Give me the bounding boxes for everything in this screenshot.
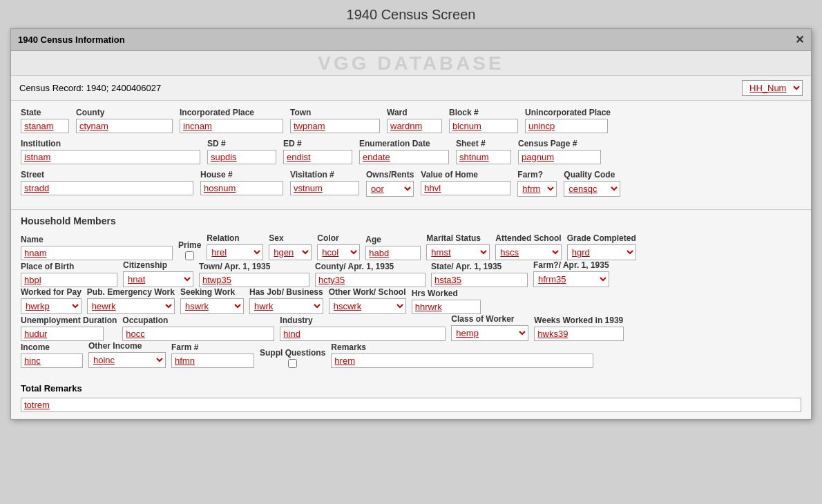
seeking-work-select[interactable]: hswrk	[181, 299, 243, 313]
age-field: Age	[365, 235, 421, 260]
attended-school-select[interactable]: hscs	[496, 245, 560, 260]
sd-input[interactable]	[207, 150, 276, 164]
farm-apr35-select-wrapper[interactable]: hfrm35	[533, 271, 609, 287]
farm-num-input[interactable]	[171, 353, 254, 368]
farm-apr35-select[interactable]: hfrm35	[534, 272, 609, 287]
census-page-field-group: Census Page #	[518, 139, 601, 164]
hh-row-5: Income Other Income hoinc Farm # Suppl Q…	[21, 341, 801, 368]
hh-name-input[interactable]	[21, 246, 173, 260]
county-apr35-input[interactable]	[315, 273, 426, 287]
state-field-group: State	[21, 108, 69, 133]
other-income-field: Other Income hoinc	[88, 341, 166, 368]
unincorporated-input[interactable]	[525, 119, 608, 133]
county-apr35-field: County/ Apr. 1, 1935	[315, 262, 426, 287]
relation-select-wrapper[interactable]: hrel	[207, 244, 263, 260]
grade-select-wrapper[interactable]: hgrd	[567, 244, 636, 260]
ed-input[interactable]	[283, 150, 352, 164]
state-apr35-field: State/ Apr. 1, 1935	[431, 262, 528, 287]
color-select-wrapper[interactable]: hcol	[317, 244, 360, 260]
seeking-work-select-wrapper[interactable]: hswrk	[180, 298, 244, 314]
class-worker-select[interactable]: hemp	[452, 326, 528, 340]
farm-select[interactable]: hfrm	[518, 182, 556, 196]
state-input[interactable]	[21, 119, 69, 133]
block-input[interactable]	[449, 119, 518, 133]
other-work-select-wrapper[interactable]: hscwrk	[329, 298, 406, 314]
town-apr35-input[interactable]	[199, 273, 309, 287]
town-input[interactable]	[290, 119, 380, 133]
enum-date-input[interactable]	[359, 150, 449, 164]
ward-label: Ward	[387, 108, 442, 117]
suppl-questions-checkbox[interactable]	[288, 359, 297, 368]
industry-field: Industry	[280, 316, 446, 341]
color-select[interactable]: hcol	[318, 245, 359, 260]
other-income-select-wrapper[interactable]: hoinc	[88, 352, 166, 368]
citizenship-select-wrapper[interactable]: hnat	[123, 271, 193, 287]
sheet-input[interactable]	[456, 150, 511, 164]
other-work-select[interactable]: hscwrk	[329, 299, 405, 313]
institution-input[interactable]	[21, 150, 200, 164]
class-worker-select-wrapper[interactable]: hemp	[451, 325, 528, 341]
birth-place-input[interactable]	[21, 273, 117, 287]
farm-field-group: Farm? hfrm	[517, 170, 557, 197]
house-input[interactable]	[200, 181, 283, 195]
farm-apr35-label: Farm?/ Apr. 1, 1935	[533, 260, 609, 270]
close-button[interactable]: ✕	[795, 33, 804, 46]
pub-emergency-select[interactable]: hewrk	[88, 299, 174, 313]
census-page-input[interactable]	[518, 150, 601, 164]
total-remarks-section: Total Remarks	[11, 376, 811, 419]
sex-select[interactable]: hgen	[269, 245, 311, 260]
has-job-select[interactable]: hwrk	[250, 299, 323, 313]
income-input[interactable]	[21, 353, 83, 368]
remarks-input[interactable]	[331, 353, 593, 368]
incorporated-place-input[interactable]	[180, 119, 283, 133]
value-home-input[interactable]	[421, 181, 510, 195]
total-remarks-input[interactable]	[21, 398, 801, 412]
unemployment-input[interactable]	[21, 327, 104, 341]
relation-field: Relation hrel	[207, 233, 263, 260]
citizenship-select[interactable]: hnat	[124, 272, 193, 287]
marital-select[interactable]: hmst	[427, 245, 489, 260]
relation-select[interactable]: hrel	[207, 245, 262, 260]
sex-select-wrapper[interactable]: hgen	[269, 244, 312, 260]
hrs-worked-input[interactable]	[412, 300, 481, 314]
occupation-label: Occupation	[122, 316, 274, 325]
owns-rents-select[interactable]: oor	[367, 182, 413, 196]
prime-checkbox[interactable]	[185, 251, 194, 260]
visitation-label: Visitation #	[290, 170, 359, 180]
address-row: Street House # Visitation # Owns/Rents o…	[21, 170, 801, 197]
state-apr35-input[interactable]	[431, 273, 528, 287]
pub-emergency-select-wrapper[interactable]: hewrk	[87, 298, 175, 314]
citizenship-field: Citizenship hnat	[123, 260, 193, 287]
enum-date-label: Enumeration Date	[359, 139, 449, 148]
industry-input[interactable]	[280, 327, 446, 341]
owns-rents-select-wrapper[interactable]: oor	[366, 181, 414, 197]
county-input[interactable]	[76, 119, 173, 133]
town-label: Town	[290, 108, 380, 117]
house-label: House #	[200, 170, 283, 180]
hh-name-label: Name	[21, 235, 173, 244]
unemployment-field: Unemployment Duration	[21, 316, 117, 341]
attended-school-label: Attended School	[495, 233, 561, 243]
marital-select-wrapper[interactable]: hmst	[426, 244, 490, 260]
seeking-work-label: Seeking Work	[180, 287, 244, 297]
hh-num-dropdown[interactable]: HH_Num	[743, 81, 802, 95]
has-job-select-wrapper[interactable]: hwrk	[249, 298, 323, 314]
sd-field-group: SD #	[207, 139, 276, 164]
quality-code-select-wrapper[interactable]: censqc	[564, 181, 620, 197]
ed-label: ED #	[283, 139, 352, 148]
farm-select-wrapper[interactable]: hfrm	[517, 181, 557, 197]
visitation-input[interactable]	[290, 181, 359, 195]
age-input[interactable]	[365, 246, 421, 260]
attended-school-select-wrapper[interactable]: hscs	[495, 244, 561, 260]
worked-pay-select[interactable]: hwrkp	[21, 299, 81, 313]
other-income-select[interactable]: hoinc	[89, 353, 165, 367]
census-record-label: Census Record: 1940; 2400406027	[19, 83, 161, 93]
worked-pay-select-wrapper[interactable]: hwrkp	[21, 298, 82, 314]
weeks-worked-input[interactable]	[534, 327, 624, 341]
occupation-input[interactable]	[122, 327, 274, 341]
quality-code-select[interactable]: censqc	[564, 182, 620, 196]
hh-num-select[interactable]: HH_Num	[742, 80, 803, 96]
ward-input[interactable]	[387, 119, 442, 133]
grade-select[interactable]: hgrd	[568, 245, 635, 260]
street-input[interactable]	[21, 181, 193, 195]
